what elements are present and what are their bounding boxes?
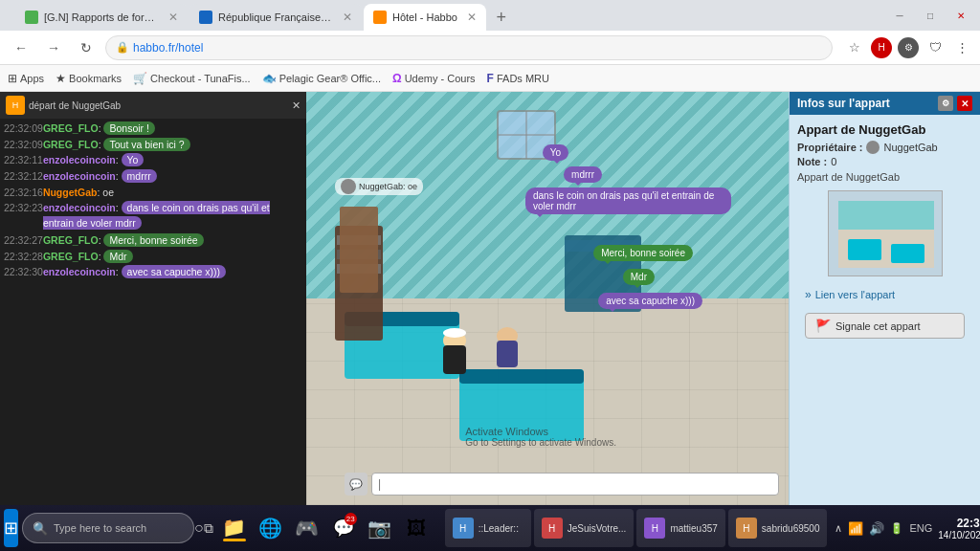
chat-message: 22:32:23 enzolecoincoin: dans le coin on… — [0, 200, 306, 232]
badge-count: 23 — [345, 513, 357, 525]
tab1-label: [G.N] Rapports de formations de... — [44, 11, 159, 23]
chat-message: 22:32:16 NuggetGab: oe — [0, 185, 306, 201]
battery-icon: 🔋 — [890, 522, 903, 535]
chat-header-text: départ de NuggetGab — [29, 100, 121, 111]
note-row: Note : 0 — [797, 156, 972, 167]
chat-messages: 22:32:09 GREG_FLO: Bonsoir ! 22:32:09 GR… — [0, 119, 306, 505]
chrome-icon: 🌐 — [258, 517, 282, 540]
owner-avatar — [866, 141, 880, 154]
app5-icon: 📷 — [368, 517, 391, 540]
settings-icon[interactable]: ⋮ — [951, 37, 972, 58]
tab1-close[interactable]: ✕ — [168, 11, 178, 24]
chat-text: GREG_FLO: Bonsoir ! — [43, 121, 155, 136]
chat-header-icon: H — [6, 96, 25, 115]
taskbar-app4[interactable]: 💬 23 — [326, 509, 361, 547]
volume-icon[interactable]: 🔊 — [869, 521, 884, 536]
bookmark-apps-label: Apps — [20, 73, 44, 84]
new-tab-button[interactable]: + — [488, 4, 515, 31]
note-label: Note : — [797, 156, 827, 167]
close-button[interactable]: ✕ — [949, 4, 972, 27]
task-view-button[interactable]: ⧉ — [204, 511, 213, 545]
start-icon: ⊞ — [4, 518, 18, 539]
info-settings-icon[interactable]: ⚙ — [938, 96, 953, 111]
back-button[interactable]: ← — [8, 34, 34, 61]
chat-bubble-text: Mdr — [103, 250, 132, 263]
maximize-button[interactable]: □ — [919, 4, 942, 27]
owner-row: Propriétaire : NuggetGab — [797, 141, 972, 154]
tab-hotel[interactable]: Hôtel - Habbo ✕ — [364, 4, 486, 31]
bubble-text: Merci, bonne soirée — [601, 248, 685, 258]
reload-button[interactable]: ↻ — [73, 34, 100, 61]
bookmark-checkout[interactable]: 🛒 Checkout - TunaFis... — [133, 72, 251, 85]
taskbar-app5[interactable]: 📷 — [363, 509, 397, 547]
owner-name: NuggetGab — [883, 142, 937, 153]
clock[interactable]: 22:32 14/10/2020 — [938, 517, 980, 540]
tab-republique[interactable]: République Française de Habbo ✕ — [189, 4, 362, 31]
link-text: Lien vers l'appart — [815, 289, 895, 300]
bookmark-bookmarks-label: Bookmarks — [69, 73, 122, 84]
bookmark-star-icon[interactable]: ☆ — [844, 37, 865, 58]
main-content: H départ de NuggetGab ✕ 22:32:09 GREG_FL… — [0, 92, 980, 505]
network-icon[interactable]: 📶 — [848, 521, 863, 536]
bookmark-apps[interactable]: ⊞ Apps — [8, 72, 44, 85]
minimize-button[interactable]: ─ — [888, 4, 911, 27]
taskbar-search[interactable]: 🔍 Type here to search — [22, 513, 194, 543]
tab2-close[interactable]: ✕ — [343, 11, 352, 24]
chat-bubble-text: Tout va bien ici ? — [103, 138, 189, 151]
svg-rect-3 — [459, 369, 584, 384]
chat-text: GREG_FLO: Mdr — [43, 250, 133, 264]
star-icon: ★ — [56, 72, 66, 85]
info-close-button[interactable]: ✕ — [957, 96, 972, 111]
bookmark-pelagic[interactable]: 🐟 Pelagic Gear® Offic... — [262, 72, 381, 85]
chat-username: GREG_FLO — [43, 251, 99, 262]
chat-message: 22:32:30 enzolecoincoin: avec sa capuche… — [0, 264, 306, 280]
taskbar-habbo-app3[interactable]: H mattieu357 — [636, 509, 724, 547]
address-bar[interactable]: 🔒 habbo.fr/hotel — [105, 35, 833, 60]
fads-icon: F — [487, 72, 494, 85]
taskbar-habbo-app1[interactable]: H ::Leader:: — [445, 509, 531, 547]
forward-button[interactable]: → — [40, 34, 67, 61]
tray-expand[interactable]: ∧ — [835, 522, 842, 535]
tab3-close[interactable]: ✕ — [467, 11, 477, 24]
bookmark-pelagic-label: Pelagic Gear® Offic... — [279, 73, 381, 84]
taskbar-habbo-app2[interactable]: H JeSuisVotre... — [534, 509, 635, 547]
svg-rect-13 — [340, 207, 378, 293]
taskbar-app3[interactable]: 🎮 — [290, 509, 324, 547]
chat-bubble-text: mdrrr — [122, 169, 157, 183]
taskbar-habbo-app4[interactable]: H sabridu69500 — [728, 509, 828, 547]
app3-icon: 🎮 — [295, 517, 319, 540]
chat-emoji-icon[interactable]: 💬 — [345, 473, 368, 496]
bookmark-udemy[interactable]: Ω Udemy - Cours — [392, 72, 476, 85]
tab2-favicon — [199, 11, 212, 24]
bookmark-bookmarks[interactable]: ★ Bookmarks — [56, 72, 122, 85]
svg-rect-19 — [497, 341, 518, 367]
start-button[interactable]: ⊞ — [4, 509, 18, 547]
game-area[interactable]: Yo mdrrr dans le coin on drais pas qu'il… — [306, 92, 789, 505]
app6-icon: 🖼 — [407, 518, 426, 540]
habbo-extension-icon[interactable]: H — [871, 37, 892, 58]
bookmark-fads[interactable]: F FADs MRU — [487, 72, 549, 85]
chat-input-field[interactable] — [371, 473, 779, 496]
room-link[interactable]: » Lien vers l'appart — [797, 284, 972, 305]
tab-rapports[interactable]: [G.N] Rapports de formations de... ✕ — [15, 4, 188, 31]
owner-label: Propriétaire : — [797, 142, 862, 153]
search-icon: 🔍 — [33, 521, 48, 536]
nav-bar: ← → ↻ 🔒 habbo.fr/hotel ☆ H ⚙ 🛡 ⋮ — [0, 31, 980, 65]
habbo-app3-icon: H — [644, 518, 665, 539]
taskbar-chrome[interactable]: 🌐 — [254, 509, 288, 547]
flag-icon: 🚩 — [815, 319, 831, 333]
report-button[interactable]: 🚩 Signale cet appart — [805, 313, 965, 339]
cortana-button[interactable]: ○ — [194, 511, 204, 545]
extension2-icon[interactable]: 🛡 — [924, 37, 946, 58]
chat-message: 22:32:12 enzolecoincoin: mdrrr — [0, 168, 306, 185]
taskbar-app6[interactable]: 🖼 — [399, 509, 434, 547]
taskbar-file-explorer[interactable]: 📁 — [217, 509, 252, 547]
extension1-icon[interactable]: ⚙ — [898, 37, 919, 58]
chat-message: 22:32:27 GREG_FLO: Merci, bonne soirée — [0, 232, 306, 249]
chat-close-button[interactable]: ✕ — [292, 99, 301, 112]
chat-time: 22:32:09 — [4, 121, 43, 136]
arrow-icon: » — [805, 288, 812, 301]
chat-time: 22:32:28 — [4, 250, 43, 264]
bubble-text: avec sa capuche x))) — [606, 296, 695, 306]
tab2-label: République Française de Habbo — [218, 11, 333, 23]
